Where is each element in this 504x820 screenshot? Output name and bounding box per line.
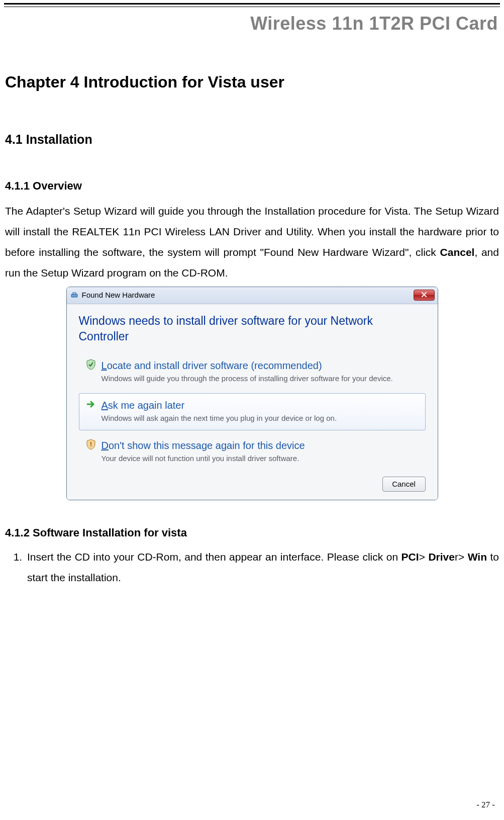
overview-paragraph: The Adapter's Setup Wizard will guide yo…	[4, 201, 500, 284]
overview-cancel-bold: Cancel	[440, 246, 475, 258]
dialog-heading: Windows needs to install driver software…	[79, 313, 426, 344]
option-ask-later[interactable]: Ask me again later Windows will ask agai…	[79, 393, 426, 430]
section-4-1-1-title: 4.1.1 Overview	[4, 175, 500, 197]
close-icon	[422, 291, 427, 299]
step1-bold-pci: PCI	[401, 551, 419, 563]
shield-ok-icon	[85, 359, 96, 370]
option-dont-desc: Your device will not function until you …	[102, 453, 305, 464]
section-4-1-2-title: 4.1.2 Software Installation for vista	[4, 522, 500, 544]
page-number: - 27 -	[476, 796, 495, 813]
hardware-icon	[70, 291, 79, 300]
svg-rect-1	[73, 293, 76, 294]
arrow-right-icon	[85, 399, 96, 410]
dialog-close-button[interactable]	[414, 290, 435, 301]
found-new-hardware-dialog: Found New Hardware Windows needs to inst…	[66, 287, 438, 500]
option-ask-title: Ask me again later	[102, 399, 337, 412]
svg-text:!: !	[90, 441, 92, 448]
option-ask-desc: Windows will ask again the next time you…	[102, 413, 337, 423]
option-locate-desc: Windows will guide you through the proce…	[102, 374, 393, 384]
overview-text-a: The Adapter's Setup Wizard will guide yo…	[5, 205, 499, 258]
dialog-titlebar: Found New Hardware	[67, 287, 438, 304]
section-4-1-title: 4.1 Installation	[4, 127, 500, 152]
option-dont-show[interactable]: ! Don't show this message again for this…	[79, 433, 426, 470]
step1-r: r>	[455, 551, 468, 563]
option-locate-title: Locate and install driver software (reco…	[102, 359, 393, 373]
step1-bold-win: Win	[468, 551, 487, 563]
option-dont-title: Don't show this message again for this d…	[102, 439, 305, 452]
cancel-button[interactable]: Cancel	[382, 477, 426, 492]
step1-text-a: Insert the CD into your CD-Rom, and then…	[27, 551, 401, 563]
svg-rect-0	[71, 294, 77, 297]
dialog-title: Found New Hardware	[82, 290, 155, 300]
step1-sep1: >	[419, 551, 429, 563]
step1-bold-drive: Drive	[428, 551, 455, 563]
chapter-title: Chapter 4 Introduction for Vista user	[4, 66, 500, 98]
option-locate-install[interactable]: Locate and install driver software (reco…	[79, 353, 426, 390]
install-step-1: Insert the CD into your CD-Rom, and then…	[25, 547, 499, 588]
shield-warn-icon: !	[85, 439, 96, 450]
page-header-product: Wireless 11n 1T2R PCI Card	[4, 6, 500, 41]
